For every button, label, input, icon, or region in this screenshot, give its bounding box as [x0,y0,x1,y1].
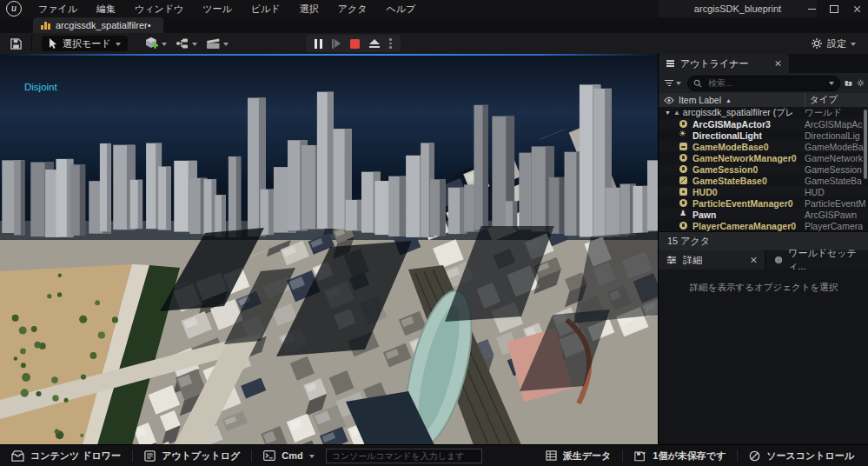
cinematics-button[interactable] [202,35,233,52]
derived-data-button[interactable]: 派生データ [534,445,623,466]
unsaved-button[interactable]: 1個が未保存です [623,445,737,466]
source-control-slash-icon [749,450,760,462]
outliner-row-label: GameNetworkManager0 [692,153,797,163]
outliner-row-type: GameStateBa [805,176,862,186]
maximize-button[interactable] [823,0,845,17]
visibility-eye-icon[interactable] [664,97,674,104]
menu-item-5[interactable]: 選択 [290,0,328,17]
level-tab-label: arcgissdk_spatialfilrer• [56,20,151,30]
outliner-scrollbar[interactable] [864,110,867,179]
blueprints-button[interactable] [171,35,202,52]
outliner-row[interactable]: ParticleEventManager0 ParticleEventM [659,197,868,209]
outliner-icon [666,60,674,67]
level-icon [41,21,50,30]
column-item-label[interactable]: Item Label [679,95,721,105]
save-button[interactable] [5,35,27,52]
menu-item-2[interactable]: ウィンドウ [125,0,193,17]
details-tab-label: 詳細 [683,254,702,267]
search-icon [693,79,702,88]
step-forward-button[interactable] [332,39,341,49]
camera-icon [679,120,687,128]
world-row-label: arcgissdk_spatialfilrer (プレイ中) [683,107,792,119]
outliner-row-label: ParticleEventManager0 [692,198,793,209]
expand-arrow-icon[interactable]: ▼ [665,107,671,118]
select-mode-dropdown[interactable]: 選択モード [42,36,128,51]
close-icon[interactable] [750,256,757,263]
outliner-row[interactable]: GameModeBase0 GameModeBa [659,141,868,152]
outliner-search-box[interactable] [687,76,840,91]
add-actor-button[interactable] [140,35,171,52]
console-icon [263,450,275,461]
outliner-world-row[interactable]: ▼ ▲ arcgissdk_spatialfilrer (プレイ中) ワールド [659,107,868,118]
details-empty-body: 詳細を表示するオブジェクトを選択 [659,270,868,445]
chevron-down-icon [309,455,315,458]
close-icon[interactable] [774,60,781,67]
camera-icon [679,222,687,230]
outliner-row[interactable]: Pawn ArcGISPawn [659,209,868,220]
menu-item-0[interactable]: ファイル [29,0,87,17]
level-asset-tab[interactable]: arcgissdk_spatialfilrer• [33,17,163,33]
play-options-button[interactable] [389,38,392,49]
close-button[interactable] [845,0,868,17]
toolbar-divider [31,37,32,50]
outliner-row-label: HUD0 [692,187,718,197]
outliner-row[interactable]: GameSession0 GameSession [659,163,868,175]
search-input[interactable] [706,77,825,89]
tab-world-settings[interactable]: ワールドセッティ... [766,250,868,270]
menu-item-6[interactable]: アクタ [328,0,377,17]
column-type[interactable]: タイプ [805,93,838,107]
outliner-row[interactable]: HUD0 HUD [659,186,868,197]
viewport-scene[interactable] [0,54,658,445]
cmd-dropdown[interactable]: Cmd [252,445,325,466]
source-control-label: ソースコントロール [766,449,854,463]
stop-button[interactable] [350,39,360,49]
statusbar-right: 派生データ 1個が未保存です ソースコントロール [534,445,868,466]
output-log-button[interactable]: アウトプットログ [133,445,251,466]
menu-item-3[interactable]: ツール [193,0,242,17]
outliner-row-label: GameModeBase0 [692,142,769,152]
menu-item-4[interactable]: ビルド [242,0,290,17]
actor-count-label: 15 アクタ [667,235,710,248]
console-command-input[interactable] [326,449,482,463]
details-tab-bar: 詳細 ワールドセッティ... [659,250,868,270]
right-panel: アウトライナー [658,54,868,445]
outliner-row[interactable]: PlayerCameraManager0 PlayerCamera [659,220,868,231]
outliner-row-type: GameModeBa [805,142,864,152]
new-folder-icon[interactable] [845,78,852,88]
level-viewport[interactable]: Disjoint [0,54,658,445]
outliner-row-label: ArcGISMapActor3 [692,119,771,130]
outliner-filter-button[interactable] [663,75,683,92]
menu-item-7[interactable]: ヘルプ [376,0,425,17]
outliner-tab-bar: アウトライナー [659,54,868,73]
outliner-row[interactable]: GameNetworkManager0 GameNetwork [659,152,868,163]
outliner-row[interactable]: DirectionalLight DirectionalLig [659,130,868,141]
save-icon [10,37,23,50]
chevron-down-icon [116,43,121,46]
derived-data-icon [546,450,557,461]
outliner-row[interactable]: GameStateBase0 GameStateBa [659,175,868,186]
eject-button[interactable] [369,39,380,48]
add-cube-icon [144,37,159,51]
world-row-type: ワールド [805,107,842,119]
menu-item-1[interactable]: 編集 [87,0,125,17]
details-sliders-icon [666,255,677,265]
unreal-logo-icon[interactable] [6,1,22,17]
sort-ascending-icon: ▲ [726,97,732,103]
content-drawer-button[interactable]: コンテンツ ドロワー [0,445,132,466]
play-controls [306,35,401,52]
pause-button[interactable] [315,39,322,49]
main-toolbar: 選択モード [0,33,868,55]
tab-outliner[interactable]: アウトライナー [659,54,789,73]
close-icon [853,5,861,13]
outliner-row-label: GameSession0 [692,164,758,175]
outliner-settings-gear-icon[interactable] [857,77,865,89]
outliner-row-type: DirectionalLig [805,130,860,141]
outliner-row[interactable]: ArcGISMapActor3 ArcGISMapAc [659,118,868,130]
tab-details[interactable]: 詳細 [659,250,765,270]
minimize-button[interactable] [800,0,823,17]
source-control-button[interactable]: ソースコントロール [738,445,868,466]
settings-dropdown[interactable]: 設定 [811,37,856,50]
outliner-row-type: ParticleEventM [805,198,865,209]
outliner-header-row: Item Label ▲ タイプ [659,93,868,107]
cursor-icon [49,38,58,49]
